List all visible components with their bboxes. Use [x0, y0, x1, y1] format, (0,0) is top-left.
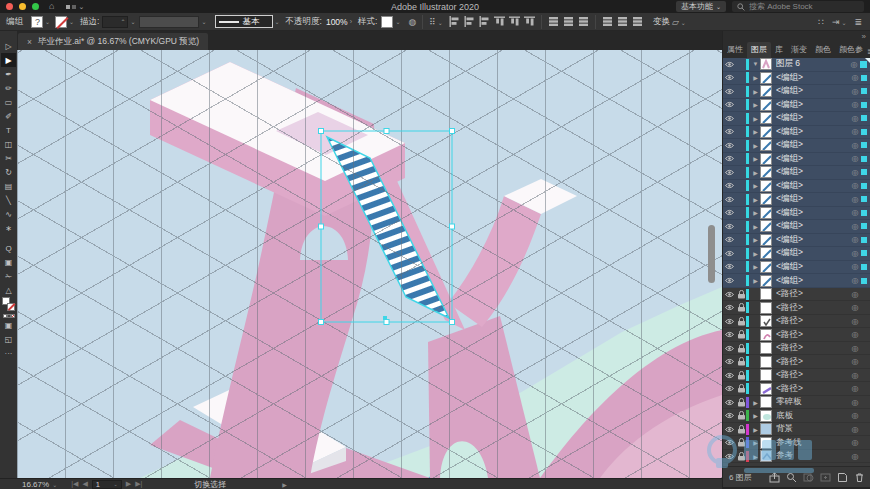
visibility-eye-icon[interactable] — [723, 439, 736, 446]
layer-thumbnail[interactable] — [760, 302, 772, 314]
layer-row[interactable]: ▶<编组>◎ — [723, 72, 870, 86]
target-circle-icon[interactable]: ◎ — [849, 154, 861, 163]
new-layer-icon[interactable] — [837, 472, 848, 483]
visibility-eye-icon[interactable] — [723, 155, 736, 162]
lock-icon[interactable] — [736, 398, 746, 407]
rectangle-tool[interactable]: ▭ — [1, 95, 16, 109]
target-circle-icon[interactable]: ◎ — [849, 100, 861, 109]
search-input[interactable]: 搜索 Adobe Stock — [732, 1, 864, 12]
fill-swatch[interactable] — [31, 16, 43, 28]
layer-row[interactable]: ▶<编组>◎ — [723, 85, 870, 99]
layer-thumbnail[interactable] — [760, 396, 772, 408]
layer-row[interactable]: ▶<编组>◎ — [723, 220, 870, 234]
expand-chevron-icon[interactable]: ▶ — [751, 101, 760, 108]
selection-color-square[interactable] — [861, 75, 867, 81]
layer-row[interactable]: ▶<编组>◎ — [723, 247, 870, 261]
visibility-eye-icon[interactable] — [723, 142, 736, 149]
align-right-icon[interactable] — [479, 16, 490, 27]
visibility-eye-icon[interactable] — [723, 101, 736, 108]
visibility-eye-icon[interactable] — [723, 169, 736, 176]
align-center-h-icon[interactable] — [464, 16, 475, 27]
layer-row[interactable]: ▶参考◎ — [723, 450, 870, 464]
status-expand-icon[interactable]: ▶ — [282, 481, 287, 488]
visibility-eye-icon[interactable] — [723, 209, 736, 216]
selection-color-square[interactable] — [861, 88, 867, 94]
layer-thumbnail[interactable] — [760, 437, 772, 449]
layer-thumbnail[interactable] — [760, 329, 772, 341]
layer-thumbnail[interactable] — [760, 423, 772, 435]
globe-icon[interactable]: ◍ — [408, 17, 416, 27]
blend-tool[interactable]: ∿ — [1, 207, 16, 221]
screen-mode-icon[interactable]: ◱ — [1, 332, 16, 346]
lock-icon[interactable] — [736, 384, 746, 393]
layer-thumbnail[interactable] — [760, 369, 772, 381]
lock-icon[interactable] — [736, 290, 746, 299]
eyedropper-tool[interactable]: ╲ — [1, 193, 16, 207]
lock-icon[interactable] — [736, 344, 746, 353]
layer-row[interactable]: <路径>◎ — [723, 382, 870, 396]
selection-color-square[interactable] — [861, 210, 867, 216]
layer-thumbnail[interactable] — [760, 99, 772, 111]
zoom-tool[interactable]: Q — [1, 241, 16, 255]
layer-row[interactable]: ▶<编组>◎ — [723, 126, 870, 140]
zoom-level-select[interactable]: 16.67%⌄ — [22, 480, 57, 489]
layer-row[interactable]: ▶<编组>◎ — [723, 193, 870, 207]
locate-object-icon[interactable] — [786, 472, 797, 483]
style-swatch[interactable] — [381, 16, 393, 28]
layer-row[interactable]: <路径>◎ — [723, 288, 870, 302]
align-middle-icon[interactable] — [509, 16, 520, 27]
arrange-icon[interactable]: ⇥⌄ — [832, 17, 847, 27]
layer-row[interactable]: ▶<编组>◎ — [723, 180, 870, 194]
layer-thumbnail[interactable] — [760, 180, 772, 192]
layer-row[interactable]: ▶<编组>◎ — [723, 99, 870, 113]
layer-thumbnail[interactable] — [760, 126, 772, 138]
curvature-tool[interactable]: ✏ — [1, 81, 16, 95]
visibility-eye-icon[interactable] — [723, 426, 736, 433]
selection-color-square[interactable] — [861, 237, 867, 243]
target-circle-icon[interactable]: ◎ — [849, 276, 861, 285]
more-tools-icon[interactable]: ··· — [1, 346, 16, 360]
layer-row[interactable]: ▼图层 6◎ — [723, 58, 870, 72]
visibility-eye-icon[interactable] — [723, 291, 736, 298]
layer-thumbnail[interactable] — [760, 275, 772, 287]
brush-definition-select[interactable] — [139, 16, 199, 28]
target-circle-icon[interactable]: ◎ — [849, 438, 861, 447]
layer-thumbnail[interactable] — [760, 72, 772, 84]
tab-颜色参[interactable]: 颜色参 — [835, 42, 867, 58]
layer-thumbnail[interactable] — [760, 193, 772, 205]
expand-chevron-icon[interactable]: ▶ — [751, 196, 760, 203]
layer-row[interactable]: ▶<编组>◎ — [723, 207, 870, 221]
pen-tool[interactable]: ✒ — [1, 67, 16, 81]
selection-color-square[interactable] — [861, 264, 867, 270]
layer-row[interactable]: <路径>◎ — [723, 369, 870, 383]
selection-color-square[interactable] — [861, 250, 867, 256]
target-circle-icon[interactable]: ◎ — [849, 73, 861, 82]
expand-chevron-icon[interactable]: ▶ — [751, 142, 760, 149]
expand-chevron-icon[interactable]: ▶ — [751, 399, 760, 406]
expand-chevron-icon[interactable]: ▶ — [751, 250, 760, 257]
expand-chevron-icon[interactable]: ▶ — [751, 277, 760, 284]
stroke-swatch[interactable] — [55, 16, 67, 28]
visibility-eye-icon[interactable] — [723, 236, 736, 243]
distribute-right-icon[interactable] — [632, 16, 643, 27]
draw-mode-icon[interactable]: ▣ — [1, 318, 16, 332]
layer-thumbnail[interactable] — [760, 58, 772, 70]
layer-thumbnail[interactable] — [760, 342, 772, 354]
expand-chevron-icon[interactable]: ▶ — [751, 439, 760, 446]
canvas-vertical-scrollbar[interactable] — [708, 225, 715, 295]
layer-row[interactable]: ▶<编组>◎ — [723, 112, 870, 126]
layer-row[interactable]: ▶底板◎ — [723, 409, 870, 423]
make-mask-icon[interactable] — [803, 472, 814, 483]
target-circle-icon[interactable]: ◎ — [849, 127, 861, 136]
visibility-eye-icon[interactable] — [723, 453, 736, 460]
layer-thumbnail[interactable] — [760, 139, 772, 151]
visibility-eye-icon[interactable] — [723, 88, 736, 95]
visibility-eye-icon[interactable] — [723, 372, 736, 379]
selection-color-square[interactable] — [861, 156, 867, 162]
visibility-eye-icon[interactable] — [723, 223, 736, 230]
workspace-switcher[interactable]: 基本功能⌄ — [676, 1, 726, 12]
transform-label[interactable]: 变换 — [653, 16, 670, 28]
expand-chevron-icon[interactable]: ▶ — [751, 453, 760, 460]
target-circle-icon[interactable]: ◎ — [849, 262, 861, 271]
lock-icon[interactable] — [736, 411, 746, 420]
